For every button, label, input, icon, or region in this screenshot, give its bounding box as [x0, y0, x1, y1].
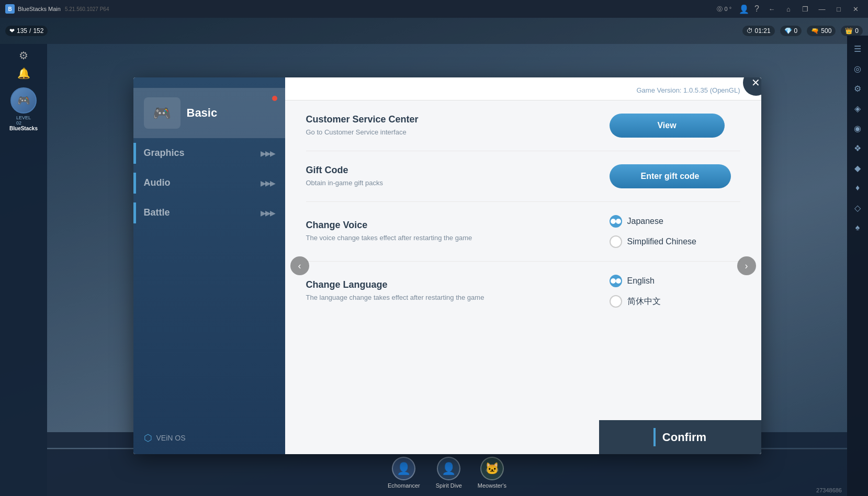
customer-service-row: Customer Service Center Go to Customer S… — [306, 100, 740, 151]
timer-stat: ⏱ 01:21 — [742, 26, 775, 36]
change-language-row: Change Language The language change take… — [306, 262, 740, 321]
gear-icon[interactable]: ⚙ — [19, 49, 28, 62]
rs-icon-8[interactable]: ♦ — [850, 180, 865, 196]
maximize-btn[interactable]: □ — [831, 3, 846, 15]
voice-chinese-option[interactable]: Simplified Chinese — [610, 235, 697, 248]
bluestacks-panel: ⚙ 🔔 🎮 LEVEL 02 BlueStacks — [0, 44, 47, 496]
app-icon: B — [5, 4, 15, 14]
lang-chinese-option[interactable]: 简休中文 — [610, 295, 661, 308]
notification-dot — [272, 96, 277, 101]
avatar: 🎮 — [10, 87, 37, 114]
change-language-title: Change Language — [306, 279, 599, 290]
change-voice-desc: The voice change takes effect after rest… — [306, 233, 489, 243]
view-button[interactable]: View — [610, 114, 725, 138]
rs-icon-5[interactable]: ◉ — [850, 120, 865, 136]
settings-body[interactable]: Customer Service Center Go to Customer S… — [285, 100, 761, 454]
settings-content: Game Version: 1.0.5.35 (OpenGL) Customer… — [285, 77, 761, 454]
voice-chinese-radio[interactable] — [610, 235, 622, 248]
rs-icon-4[interactable]: ◈ — [850, 100, 865, 116]
currency2-value: 500 — [821, 27, 831, 35]
hp-current: 135 — [17, 27, 27, 35]
game-version: Game Version: 1.0.5.35 (OpenGL) — [637, 86, 740, 94]
voice-japanese-label: Japanese — [627, 217, 663, 226]
lang-english-radio[interactable] — [610, 275, 622, 287]
level-label: LEVEL 02 — [16, 115, 31, 126]
change-voice-control: Japanese Simplified Chinese — [610, 215, 740, 248]
audio-nav-dot — [133, 173, 136, 194]
change-language-info: Change Language The language change take… — [306, 279, 599, 302]
next-arrow-btn[interactable]: › — [737, 256, 756, 275]
rs-icon-2[interactable]: ◎ — [850, 61, 865, 76]
game-topbar-right: ⏱ 01:21 💎 0 🔫 500 👑 0 — [742, 26, 863, 36]
username: BlueStacks — [9, 126, 38, 131]
settings-header: Game Version: 1.0.5.35 (OpenGL) — [285, 77, 761, 100]
nav-logo: ⬡ VEiN OS — [133, 422, 285, 454]
nav-battle-label: Battle — [144, 207, 170, 218]
enter-gift-code-button[interactable]: Enter gift code — [610, 164, 731, 188]
minimize-btn[interactable]: — — [815, 3, 829, 15]
right-sidebar: ☰ ◎ ⚙ ◈ ◉ ❖ ◆ ♦ ◇ ♠ — [847, 36, 868, 496]
change-voice-info: Change Voice The voice change takes effe… — [306, 220, 599, 243]
nav-item-audio[interactable]: Audio ▶▶▶ — [133, 168, 285, 198]
titlebar-home-btn[interactable]: ⌂ — [781, 3, 796, 15]
titlebar-back-btn[interactable]: ← — [764, 3, 779, 15]
basic-icon: 🎮 — [144, 97, 181, 129]
lang-chinese-radio[interactable] — [610, 295, 622, 308]
currency3-stat: 👑 0 — [841, 26, 863, 36]
settings-modal: ✕ 🎮 Basic Graphics ▶▶▶ Aud — [133, 77, 761, 454]
voice-japanese-radio[interactable] — [610, 215, 622, 228]
gift-code-info: Gift Code Obtain in-game gift packs — [306, 165, 599, 188]
bell-icon[interactable]: 🔔 — [17, 67, 30, 80]
prev-arrow-btn[interactable]: ‹ — [290, 256, 309, 275]
customer-service-control: View — [610, 114, 740, 138]
change-language-desc: The language change takes effect after r… — [306, 293, 489, 302]
change-voice-row: Change Voice The voice change takes effe… — [306, 202, 740, 262]
customer-service-desc: Go to Customer Service interface — [306, 128, 489, 137]
rs-icon-9[interactable]: ◇ — [850, 200, 865, 216]
titlebar: B BlueStacks Main 5.21.560.1027 P64 ⓪ 0 … — [0, 0, 868, 18]
lang-chinese-label: 简休中文 — [627, 296, 661, 307]
customer-service-info: Customer Service Center Go to Customer S… — [306, 114, 599, 137]
nav-basic-label: Basic — [187, 106, 218, 120]
confirm-button[interactable]: Confirm — [599, 420, 761, 454]
battle-arrow: ▶▶▶ — [261, 209, 275, 217]
gift-code-control: Enter gift code — [610, 164, 740, 188]
gift-code-title: Gift Code — [306, 165, 599, 176]
titlebar-subtitle: 5.21.560.1027 P64 — [65, 6, 109, 12]
change-language-control: English 简休中文 — [610, 275, 740, 308]
graphics-arrow: ▶▶▶ — [261, 149, 275, 157]
gift-code-row: Gift Code Obtain in-game gift packs Ente… — [306, 151, 740, 202]
nav-item-battle[interactable]: Battle ▶▶▶ — [133, 198, 285, 228]
window-controls: ⓪ 0 ° 👤 ? ← ⌂ ❐ — □ ✕ — [717, 3, 863, 15]
nav-logo-text: VEiN OS — [156, 434, 186, 442]
lang-english-label: English — [627, 276, 655, 286]
currency3-value: 0 — [855, 27, 859, 35]
hp-stat: ❤ 135/152 — [5, 26, 48, 36]
rs-icon-7[interactable]: ◆ — [850, 160, 865, 176]
modal-overlay: ✕ 🎮 Basic Graphics ▶▶▶ Aud — [47, 36, 847, 496]
gift-code-desc: Obtain in-game gift packs — [306, 178, 489, 188]
rs-icon-1[interactable]: ☰ — [850, 41, 865, 57]
change-voice-title: Change Voice — [306, 220, 599, 231]
customer-service-title: Customer Service Center — [306, 114, 599, 125]
currency1-stat: 💎 0 — [780, 26, 802, 36]
nav-graphics-label: Graphics — [144, 148, 185, 159]
titlebar-copy-btn[interactable]: ❐ — [798, 3, 813, 15]
voice-chinese-label: Simplified Chinese — [627, 237, 697, 246]
graphics-nav-dot — [133, 143, 136, 164]
voice-japanese-option[interactable]: Japanese — [610, 215, 663, 228]
rs-icon-3[interactable]: ⚙ — [850, 81, 865, 96]
hp-max: 152 — [33, 27, 43, 35]
nav-item-basic[interactable]: 🎮 Basic — [133, 88, 285, 138]
lang-english-option[interactable]: English — [610, 275, 655, 287]
battle-nav-dot — [133, 202, 136, 223]
rs-icon-10[interactable]: ♠ — [850, 220, 865, 235]
close-window-btn[interactable]: ✕ — [848, 3, 863, 15]
audio-arrow: ▶▶▶ — [261, 179, 275, 187]
game-ui: ❤ 135/152 ⏱ 01:21 💎 0 🔫 500 👑 0 ⚙ 🔔 🎮 LE… — [0, 18, 868, 496]
titlebar-title: BlueStacks Main — [18, 6, 61, 12]
currency2-stat: 🔫 500 — [807, 26, 836, 36]
rs-icon-6[interactable]: ❖ — [850, 140, 865, 156]
timer-value: 01:21 — [755, 27, 771, 35]
nav-item-graphics[interactable]: Graphics ▶▶▶ — [133, 138, 285, 168]
